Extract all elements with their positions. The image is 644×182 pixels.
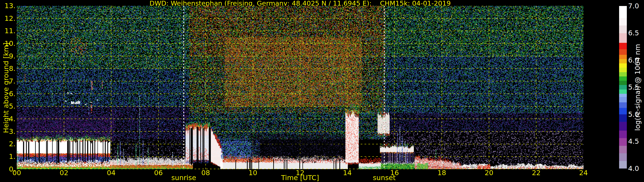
page-title: DWD: Weihenstephan (Freising, Germany; 4…: [17, 0, 584, 6]
heatmap-canvas: [17, 6, 584, 169]
y-axis-title: Height above ground [km]: [2, 6, 10, 169]
colorbar-title: log(rc-signal) @ 1064 nm: [634, 6, 641, 169]
sunset-label: sunset: [367, 174, 402, 181]
x-axis-title: Time [UTC]: [17, 174, 584, 181]
ceilometer-quicklook-page: DWD: Weihenstephan (Freising, Germany; 4…: [0, 0, 644, 182]
colorbar: [619, 6, 627, 169]
sunrise-label: sunrise: [166, 174, 201, 181]
